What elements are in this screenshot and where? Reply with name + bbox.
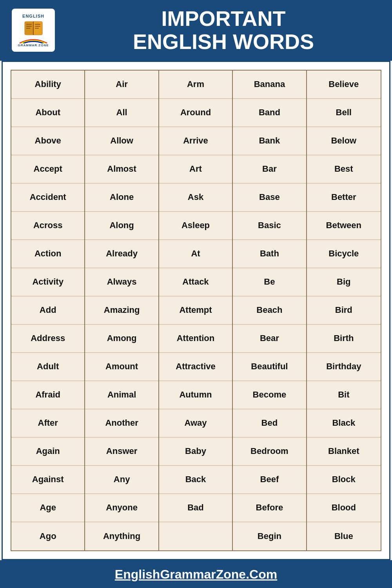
word-cell: Back [159,466,232,494]
word-cell: Accident [11,183,84,212]
word-cell: Always [85,268,158,296]
word-cell: Between [307,212,381,240]
word-cell: Big [307,268,381,296]
word-cell: Another [85,409,158,437]
word-cell: Block [307,466,381,494]
word-cell: Allow [85,127,158,155]
word-cell: Birth [307,325,381,353]
word-cell: Become [233,381,306,409]
page-footer: EnglishGrammarZone.Com [0,560,392,588]
word-cell: Bit [307,381,381,409]
svg-rect-6 [35,24,40,25]
word-cell: Baby [159,437,232,466]
word-cell: Beautiful [233,353,306,381]
word-cell: Bath [233,240,306,268]
page-header: ENGLISH GRAMMAR ZONE IMPORTANT ENGLISH W… [0,0,392,61]
word-cell: Believe [307,71,381,99]
word-cell: Along [85,212,158,240]
word-cell: Any [85,466,158,494]
word-cell: Air [85,71,158,99]
main-content: AbilityAboutAboveAcceptAccidentAcrossAct… [2,61,390,560]
word-cell: Across [11,212,84,240]
logo: ENGLISH GRAMMAR ZONE [12,9,55,52]
word-column-3: ArmAroundArriveArtAskAsleepAtAttackAttem… [159,71,233,550]
word-column-2: AirAllAllowAlmostAloneAlongAlreadyAlways… [85,71,159,550]
svg-rect-4 [26,26,32,27]
logo-book-icon [23,20,44,36]
word-cell: After [11,409,84,437]
svg-rect-7 [35,26,40,27]
word-cell: At [159,240,232,268]
word-column-5: BelieveBellBelowBestBetterBetweenBicycle… [307,71,381,550]
word-cell: Before [233,494,306,522]
word-cell: Blood [307,494,381,522]
word-cell: Arm [159,71,232,99]
word-grid: AbilityAboutAboveAcceptAccidentAcrossAct… [11,70,381,551]
word-cell: Blue [307,522,381,550]
word-cell: Attractive [159,353,232,381]
word-cell: Basic [233,212,306,240]
word-cell: Bank [233,127,306,155]
word-cell: Alone [85,183,158,212]
word-cell: Bed [233,409,306,437]
word-cell: Bird [307,296,381,325]
word-cell: Asleep [159,212,232,240]
word-cell: Ability [11,71,84,99]
word-cell: Adult [11,353,84,381]
word-cell: All [85,99,158,127]
word-cell: Bedroom [233,437,306,466]
word-cell: Attention [159,325,232,353]
word-cell: Base [233,183,306,212]
word-cell: Blanket [307,437,381,466]
word-cell: Animal [85,381,158,409]
word-column-1: AbilityAboutAboveAcceptAccidentAcrossAct… [11,71,85,550]
word-column-4: BananaBandBankBarBaseBasicBathBeBeachBea… [233,71,307,550]
word-cell: Beach [233,296,306,325]
word-cell: Bad [159,494,232,522]
word-cell: Again [11,437,84,466]
word-cell: Add [11,296,84,325]
word-cell: About [11,99,84,127]
word-cell: Above [11,127,84,155]
svg-rect-3 [26,24,32,25]
word-cell: Ago [11,522,84,550]
word-cell: Around [159,99,232,127]
word-cell: Bicycle [307,240,381,268]
svg-rect-8 [35,28,39,29]
word-cell: Bear [233,325,306,353]
word-cell: Anything [85,522,158,550]
word-cell: Beef [233,466,306,494]
footer-text: EnglishGrammarZone.Com [115,567,277,582]
word-cell: Age [11,494,84,522]
word-cell: Begin [233,522,306,550]
word-cell: Accept [11,155,84,183]
word-cell: Already [85,240,158,268]
word-cell: Amazing [85,296,158,325]
word-cell: Anyone [85,494,158,522]
word-cell: Action [11,240,84,268]
word-cell: Bar [233,155,306,183]
word-cell: Amount [85,353,158,381]
word-cell: Be [233,268,306,296]
word-cell: Autumn [159,381,232,409]
word-cell: Ask [159,183,232,212]
word-cell: Activity [11,268,84,296]
word-cell: Banana [233,71,306,99]
word-cell: Band [233,99,306,127]
word-cell: Attack [159,268,232,296]
word-cell: Afraid [11,381,84,409]
word-cell: Birthday [307,353,381,381]
logo-rainbow-icon [18,38,49,44]
svg-rect-5 [26,28,30,29]
word-cell [159,522,232,550]
word-cell: Against [11,466,84,494]
page-title: IMPORTANT ENGLISH WORDS [67,7,380,54]
word-cell: Away [159,409,232,437]
word-cell: Arrive [159,127,232,155]
word-cell: Answer [85,437,158,466]
word-cell: Almost [85,155,158,183]
word-cell: Best [307,155,381,183]
word-cell: Better [307,183,381,212]
word-cell: Address [11,325,84,353]
word-cell: Black [307,409,381,437]
